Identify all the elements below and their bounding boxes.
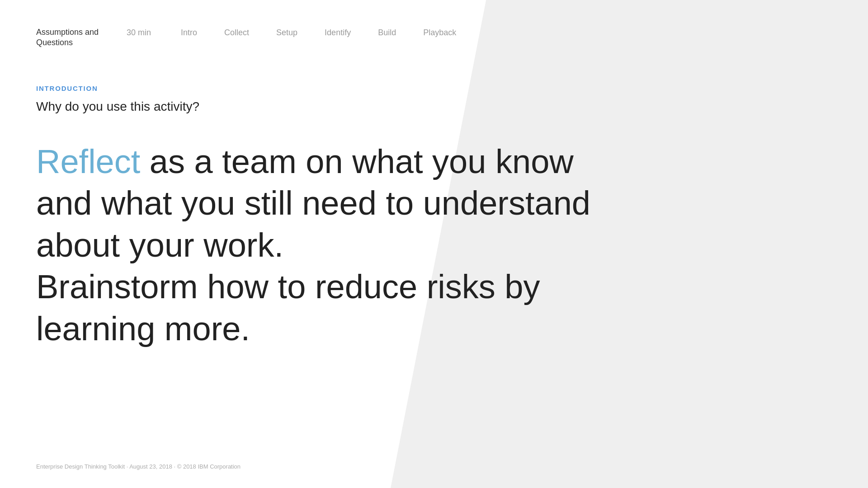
nav-link-intro[interactable]: Intro: [181, 28, 197, 38]
main-body-text: Reflect as a team on what you know and w…: [36, 141, 624, 350]
nav-link-playback[interactable]: Playback: [423, 28, 456, 38]
highlight-word: Reflect: [36, 143, 140, 180]
nav-link-setup[interactable]: Setup: [276, 28, 297, 38]
section-label: INTRODUCTION: [36, 84, 832, 92]
nav-links: Intro Collect Setup Identify Build Playb…: [181, 27, 456, 38]
nav-link-identify[interactable]: Identify: [325, 28, 351, 38]
nav-link-build[interactable]: Build: [378, 28, 396, 38]
nav-bar: Assumptions and Questions 30 min Intro C…: [36, 27, 832, 48]
main-content: INTRODUCTION Why do you use this activit…: [36, 84, 832, 461]
nav-link-collect[interactable]: Collect: [224, 28, 249, 38]
content-wrapper: Assumptions and Questions 30 min Intro C…: [0, 0, 868, 488]
nav-title: Assumptions and Questions: [36, 27, 127, 48]
subtitle: Why do you use this activity?: [36, 99, 832, 114]
body-text-part2: Brainstorm how to reduce risks by learni…: [36, 268, 540, 347]
nav-duration: 30 min: [127, 27, 181, 38]
